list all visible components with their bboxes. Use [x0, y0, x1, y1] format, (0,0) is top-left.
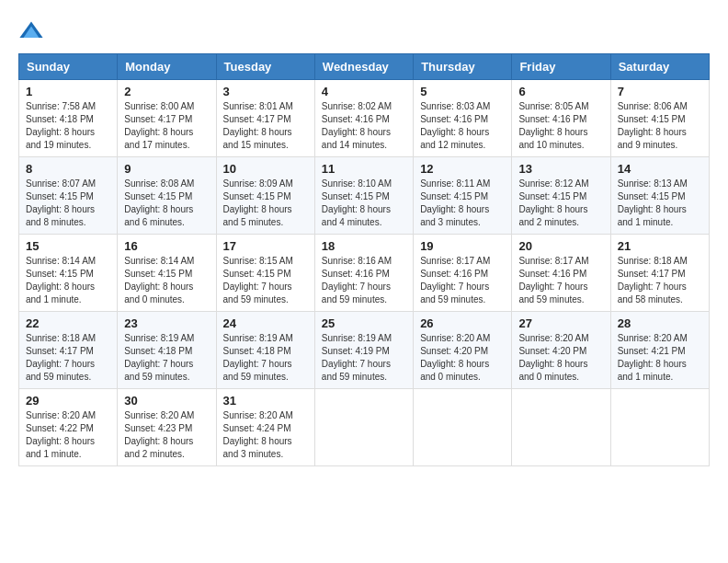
- day-number: 23: [124, 316, 209, 330]
- day-cell-27: 27Sunrise: 8:20 AM Sunset: 4:20 PM Dayli…: [512, 312, 610, 389]
- day-number: 29: [26, 394, 110, 408]
- day-info: Sunrise: 8:03 AM Sunset: 4:16 PM Dayligh…: [420, 100, 505, 152]
- day-info: Sunrise: 8:19 AM Sunset: 4:19 PM Dayligh…: [322, 332, 406, 384]
- day-info: Sunrise: 8:16 AM Sunset: 4:16 PM Dayligh…: [322, 255, 406, 306]
- day-number: 15: [26, 239, 110, 253]
- day-cell-8: 8Sunrise: 8:07 AM Sunset: 4:15 PM Daylig…: [19, 157, 118, 235]
- weekday-header-friday: Friday: [512, 54, 610, 80]
- weekday-header-tuesday: Tuesday: [216, 54, 314, 80]
- day-cell-9: 9Sunrise: 8:08 AM Sunset: 4:15 PM Daylig…: [118, 157, 216, 235]
- day-number: 28: [618, 316, 702, 330]
- day-info: Sunrise: 8:11 AM Sunset: 4:15 PM Dayligh…: [420, 178, 505, 229]
- day-cell-23: 23Sunrise: 8:19 AM Sunset: 4:18 PM Dayli…: [118, 312, 216, 389]
- day-info: Sunrise: 8:09 AM Sunset: 4:15 PM Dayligh…: [223, 178, 308, 229]
- day-info: Sunrise: 8:08 AM Sunset: 4:15 PM Dayligh…: [124, 178, 209, 229]
- day-cell-11: 11Sunrise: 8:10 AM Sunset: 4:15 PM Dayli…: [314, 157, 413, 235]
- day-info: Sunrise: 8:10 AM Sunset: 4:15 PM Dayligh…: [322, 178, 406, 229]
- day-number: 8: [26, 162, 110, 176]
- day-number: 25: [322, 316, 406, 330]
- day-info: Sunrise: 8:20 AM Sunset: 4:20 PM Dayligh…: [518, 332, 603, 384]
- day-number: 20: [518, 239, 603, 253]
- day-number: 4: [322, 85, 406, 98]
- day-number: 26: [420, 316, 505, 330]
- day-number: 9: [124, 162, 209, 176]
- week-row-4: 22Sunrise: 8:18 AM Sunset: 4:17 PM Dayli…: [19, 312, 710, 389]
- day-number: 16: [124, 239, 209, 253]
- day-number: 22: [26, 316, 110, 330]
- day-cell-15: 15Sunrise: 8:14 AM Sunset: 4:15 PM Dayli…: [19, 235, 118, 312]
- day-cell-3: 3Sunrise: 8:01 AM Sunset: 4:17 PM Daylig…: [216, 80, 314, 157]
- week-row-1: 1Sunrise: 7:58 AM Sunset: 4:18 PM Daylig…: [19, 80, 710, 157]
- day-number: 18: [322, 239, 406, 253]
- day-number: 11: [322, 162, 406, 176]
- day-number: 1: [26, 85, 110, 98]
- day-info: Sunrise: 8:06 AM Sunset: 4:15 PM Dayligh…: [618, 100, 702, 152]
- day-cell-22: 22Sunrise: 8:18 AM Sunset: 4:17 PM Dayli…: [19, 312, 118, 389]
- day-info: Sunrise: 8:15 AM Sunset: 4:15 PM Dayligh…: [223, 255, 308, 306]
- weekday-header-wednesday: Wednesday: [314, 54, 413, 80]
- day-number: 14: [618, 162, 702, 176]
- day-info: Sunrise: 8:19 AM Sunset: 4:18 PM Dayligh…: [223, 332, 308, 384]
- day-cell-12: 12Sunrise: 8:11 AM Sunset: 4:15 PM Dayli…: [414, 157, 512, 235]
- day-number: 7: [618, 85, 702, 98]
- day-cell-28: 28Sunrise: 8:20 AM Sunset: 4:21 PM Dayli…: [610, 312, 709, 389]
- day-info: Sunrise: 8:20 AM Sunset: 4:23 PM Dayligh…: [124, 409, 209, 461]
- week-row-3: 15Sunrise: 8:14 AM Sunset: 4:15 PM Dayli…: [19, 235, 710, 312]
- weekday-header-saturday: Saturday: [610, 54, 709, 80]
- weekday-header-monday: Monday: [118, 54, 216, 80]
- day-cell-5: 5Sunrise: 8:03 AM Sunset: 4:16 PM Daylig…: [414, 80, 512, 157]
- day-info: Sunrise: 8:13 AM Sunset: 4:15 PM Dayligh…: [618, 178, 702, 229]
- day-cell-6: 6Sunrise: 8:05 AM Sunset: 4:16 PM Daylig…: [512, 80, 610, 157]
- weekday-header-row: SundayMondayTuesdayWednesdayThursdayFrid…: [19, 54, 710, 80]
- day-info: Sunrise: 8:02 AM Sunset: 4:16 PM Dayligh…: [322, 100, 406, 152]
- day-cell-17: 17Sunrise: 8:15 AM Sunset: 4:15 PM Dayli…: [216, 235, 314, 312]
- day-number: 19: [420, 239, 505, 253]
- day-cell-29: 29Sunrise: 8:20 AM Sunset: 4:22 PM Dayli…: [19, 389, 118, 466]
- day-info: Sunrise: 8:05 AM Sunset: 4:16 PM Dayligh…: [518, 100, 603, 152]
- day-number: 21: [618, 239, 702, 253]
- weekday-header-thursday: Thursday: [414, 54, 512, 80]
- day-cell-2: 2Sunrise: 8:00 AM Sunset: 4:17 PM Daylig…: [118, 80, 216, 157]
- day-info: Sunrise: 8:01 AM Sunset: 4:17 PM Dayligh…: [223, 100, 308, 152]
- day-number: 5: [420, 85, 505, 98]
- day-cell-1: 1Sunrise: 7:58 AM Sunset: 4:18 PM Daylig…: [19, 80, 118, 157]
- day-number: 17: [223, 239, 308, 253]
- day-info: Sunrise: 8:00 AM Sunset: 4:17 PM Dayligh…: [124, 100, 209, 152]
- day-info: Sunrise: 8:17 AM Sunset: 4:16 PM Dayligh…: [420, 255, 505, 306]
- day-number: 6: [518, 85, 603, 98]
- day-cell-26: 26Sunrise: 8:20 AM Sunset: 4:20 PM Dayli…: [414, 312, 512, 389]
- day-cell-31: 31Sunrise: 8:20 AM Sunset: 4:24 PM Dayli…: [216, 389, 314, 466]
- day-info: Sunrise: 8:20 AM Sunset: 4:20 PM Dayligh…: [420, 332, 505, 384]
- day-cell-14: 14Sunrise: 8:13 AM Sunset: 4:15 PM Dayli…: [610, 157, 709, 235]
- day-info: Sunrise: 8:12 AM Sunset: 4:15 PM Dayligh…: [518, 178, 603, 229]
- empty-cell: [414, 389, 512, 466]
- day-number: 24: [223, 316, 308, 330]
- day-info: Sunrise: 8:19 AM Sunset: 4:18 PM Dayligh…: [124, 332, 209, 384]
- day-info: Sunrise: 8:20 AM Sunset: 4:21 PM Dayligh…: [618, 332, 702, 384]
- calendar-table: SundayMondayTuesdayWednesdayThursdayFrid…: [18, 53, 710, 466]
- day-number: 10: [223, 162, 308, 176]
- day-cell-16: 16Sunrise: 8:14 AM Sunset: 4:15 PM Dayli…: [118, 235, 216, 312]
- week-row-5: 29Sunrise: 8:20 AM Sunset: 4:22 PM Dayli…: [19, 389, 710, 466]
- day-info: Sunrise: 8:17 AM Sunset: 4:16 PM Dayligh…: [518, 255, 603, 306]
- day-number: 2: [124, 85, 209, 98]
- day-cell-25: 25Sunrise: 8:19 AM Sunset: 4:19 PM Dayli…: [314, 312, 413, 389]
- day-number: 13: [518, 162, 603, 176]
- day-info: Sunrise: 8:18 AM Sunset: 4:17 PM Dayligh…: [26, 332, 110, 384]
- empty-cell: [610, 389, 709, 466]
- day-number: 30: [124, 394, 209, 408]
- day-cell-10: 10Sunrise: 8:09 AM Sunset: 4:15 PM Dayli…: [216, 157, 314, 235]
- empty-cell: [512, 389, 610, 466]
- day-cell-24: 24Sunrise: 8:19 AM Sunset: 4:18 PM Dayli…: [216, 312, 314, 389]
- day-cell-4: 4Sunrise: 8:02 AM Sunset: 4:16 PM Daylig…: [314, 80, 413, 157]
- day-cell-20: 20Sunrise: 8:17 AM Sunset: 4:16 PM Dayli…: [512, 235, 610, 312]
- logo-icon: [18, 18, 44, 44]
- day-cell-30: 30Sunrise: 8:20 AM Sunset: 4:23 PM Dayli…: [118, 389, 216, 466]
- day-cell-7: 7Sunrise: 8:06 AM Sunset: 4:15 PM Daylig…: [610, 80, 709, 157]
- day-info: Sunrise: 7:58 AM Sunset: 4:18 PM Dayligh…: [26, 100, 110, 152]
- day-cell-18: 18Sunrise: 8:16 AM Sunset: 4:16 PM Dayli…: [314, 235, 413, 312]
- day-info: Sunrise: 8:14 AM Sunset: 4:15 PM Dayligh…: [124, 255, 209, 306]
- day-cell-13: 13Sunrise: 8:12 AM Sunset: 4:15 PM Dayli…: [512, 157, 610, 235]
- empty-cell: [314, 389, 413, 466]
- day-info: Sunrise: 8:20 AM Sunset: 4:22 PM Dayligh…: [26, 409, 110, 461]
